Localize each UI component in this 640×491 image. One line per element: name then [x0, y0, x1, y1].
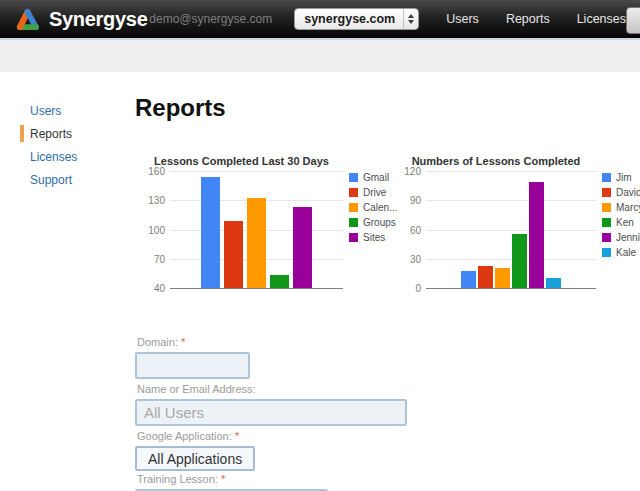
nav-reports[interactable]: Reports — [506, 12, 550, 26]
legend-label: Jennifer — [616, 233, 640, 242]
legend-item-calen: Calen... — [349, 203, 397, 212]
legend-label: Ken — [616, 218, 634, 227]
legend-label: Kale — [616, 248, 636, 257]
legend-item-marcy: Marcy — [602, 203, 640, 212]
google-application-label: Google Application: — [137, 430, 232, 442]
legend-swatch — [602, 188, 611, 197]
legend-item-sites: Sites — [349, 233, 397, 242]
legend-item-jim: Jim — [602, 173, 640, 182]
plot-area — [170, 172, 343, 289]
name-or-email-address-input[interactable] — [135, 399, 407, 426]
legend-swatch — [602, 173, 611, 182]
legend-label: Marcy — [616, 203, 640, 212]
x-axis-baseline — [426, 288, 596, 289]
nav-users[interactable]: Users — [446, 12, 479, 26]
legend-label: Sites — [363, 233, 385, 242]
select-stepper-icon — [403, 9, 418, 29]
y-axis: 4070100130160 — [140, 172, 170, 289]
synergyse-logo-icon[interactable] — [14, 6, 41, 33]
y-axis: 0306090120 — [396, 172, 426, 289]
legend-item-ken: Ken — [602, 218, 640, 227]
sidebar-item-licenses[interactable]: Licenses — [0, 146, 125, 169]
domain-select[interactable]: synergyse.com — [294, 8, 419, 30]
legend-swatch — [349, 203, 358, 212]
legend: JimDavidMarcyKenJenniferKale — [602, 172, 640, 289]
legend: GmailDriveCalen...GroupsSites — [349, 172, 397, 289]
sidebar-item-label: Support — [30, 173, 72, 187]
y-axis-tick-label: 120 — [404, 167, 421, 177]
legend-swatch — [349, 233, 358, 242]
sidebar-item-label: Reports — [30, 127, 72, 141]
legend-item-groups: Groups — [349, 218, 397, 227]
legend-item-david: David — [602, 188, 640, 197]
bar-calen[interactable] — [247, 198, 266, 289]
bar-group — [426, 172, 596, 289]
sidebar-item-users[interactable]: Users — [0, 100, 125, 123]
legend-swatch — [602, 248, 611, 257]
form-field-name-or-email-address: Name or Email Address: — [135, 383, 407, 426]
required-asterisk: * — [181, 336, 185, 348]
bar-jim[interactable] — [461, 271, 476, 289]
field-label: Domain:* — [137, 336, 250, 348]
legend-label: Jim — [616, 173, 632, 182]
bar-sites[interactable] — [293, 207, 312, 289]
bar-david[interactable] — [478, 266, 493, 289]
legend-label: Groups — [363, 218, 396, 227]
app-window: Synergyse demo@synergyse.com synergyse.c… — [0, 0, 640, 491]
sidebar-item-reports[interactable]: Reports — [0, 123, 125, 146]
name-or-email-address-label: Name or Email Address: — [137, 383, 256, 395]
plot-area — [426, 172, 596, 289]
partial-edge-button[interactable] — [626, 7, 640, 34]
legend-label: Calen... — [363, 203, 397, 212]
field-label: Name or Email Address: — [137, 383, 407, 395]
form-field-training-lesson: Training Lesson:* — [135, 473, 328, 491]
chart-title: Numbers of Lessons Completed — [396, 155, 596, 168]
field-label: Training Lesson:* — [137, 473, 328, 485]
bar-group — [170, 172, 343, 289]
chart-body: 4070100130160GmailDriveCalen...GroupsSit… — [140, 172, 397, 289]
y-axis-tick-label: 30 — [410, 255, 421, 265]
y-axis-tick-label: 0 — [415, 284, 421, 294]
report-filter-form: Domain:*Name or Email Address:Google App… — [135, 333, 555, 491]
chart-title: Lessons Completed Last 30 Days — [140, 155, 343, 168]
bar-gmail[interactable] — [201, 177, 220, 289]
legend-swatch — [349, 188, 358, 197]
legend-swatch — [602, 233, 611, 242]
nav-licenses[interactable]: Licenses — [577, 12, 626, 26]
top-navbar: Synergyse demo@synergyse.com synergyse.c… — [0, 0, 640, 38]
bar-ken[interactable] — [512, 234, 527, 289]
brand-name[interactable]: Synergyse — [49, 8, 147, 31]
y-axis-tick-label: 70 — [154, 255, 165, 265]
chart-body: 0306090120JimDavidMarcyKenJenniferKale — [396, 172, 640, 289]
domain-input[interactable] — [135, 352, 250, 379]
y-axis-tick-label: 130 — [148, 196, 165, 206]
google-application-select[interactable]: All Applications — [135, 446, 255, 471]
legend-item-jennifer: Jennifer — [602, 233, 640, 242]
training-lesson-label: Training Lesson: — [137, 473, 218, 485]
legend-label: David — [616, 188, 640, 197]
sidebar-item-support[interactable]: Support — [0, 169, 125, 192]
legend-label: Gmail — [363, 173, 389, 182]
account-email: demo@synergyse.com — [149, 12, 272, 26]
legend-item-drive: Drive — [349, 188, 397, 197]
subheader-band — [0, 40, 640, 72]
form-field-google-application: Google Application:*All Applications — [135, 430, 255, 471]
required-asterisk: * — [235, 430, 239, 442]
field-label: Google Application:* — [137, 430, 255, 442]
legend-item-kale: Kale — [602, 248, 640, 257]
y-axis-tick-label: 160 — [148, 167, 165, 177]
legend-swatch — [349, 218, 358, 227]
sidebar: UsersReportsLicensesSupport — [0, 100, 125, 192]
domain-label: Domain: — [137, 336, 178, 348]
bar-drive[interactable] — [224, 221, 243, 289]
domain-select-value: synergyse.com — [304, 12, 403, 26]
y-axis-tick-label: 60 — [410, 226, 421, 236]
y-axis-tick-label: 40 — [154, 284, 165, 294]
y-axis-tick-label: 100 — [148, 226, 165, 236]
legend-swatch — [602, 203, 611, 212]
legend-label: Drive — [363, 188, 386, 197]
bar-jennifer[interactable] — [529, 182, 544, 289]
form-field-domain: Domain:* — [135, 336, 250, 379]
bar-marcy[interactable] — [495, 268, 510, 289]
bar-groups[interactable] — [270, 275, 289, 289]
